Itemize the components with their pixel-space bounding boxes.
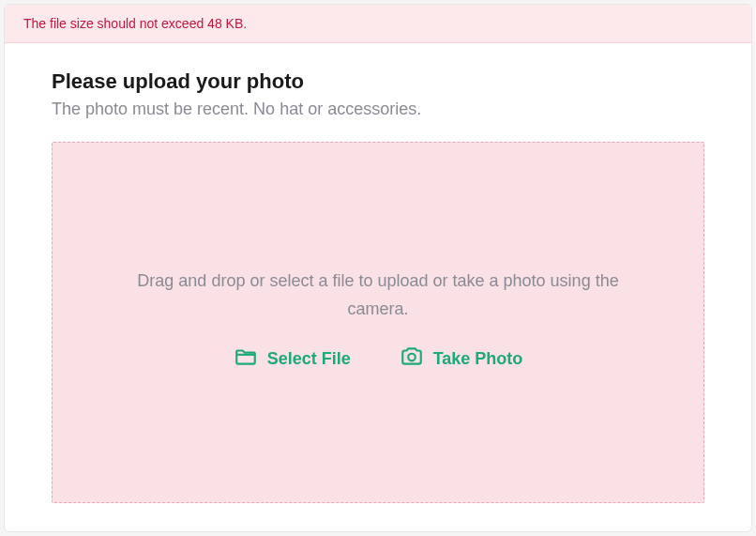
error-banner: The file size should not exceed 48 KB. [5, 5, 751, 43]
select-file-label: Select File [267, 349, 351, 369]
take-photo-label: Take Photo [433, 349, 523, 369]
dropzone[interactable]: Drag and drop or select a file to upload… [52, 142, 704, 503]
page-subtitle: The photo must be recent. No hat or acce… [52, 100, 704, 119]
svg-point-1 [408, 353, 416, 360]
dropzone-actions: Select File Take Photo [232, 341, 525, 377]
page-title: Please upload your photo [52, 69, 704, 94]
error-message: The file size should not exceed 48 KB. [23, 16, 247, 31]
folder-icon [234, 345, 258, 374]
content-area: Please upload your photo The photo must … [5, 43, 751, 531]
take-photo-button[interactable]: Take Photo [398, 341, 525, 377]
select-file-button[interactable]: Select File [232, 341, 353, 377]
camera-icon [400, 345, 424, 374]
upload-card: The file size should not exceed 48 KB. P… [4, 4, 752, 532]
dropzone-instruction: Drag and drop or select a file to upload… [134, 268, 622, 323]
